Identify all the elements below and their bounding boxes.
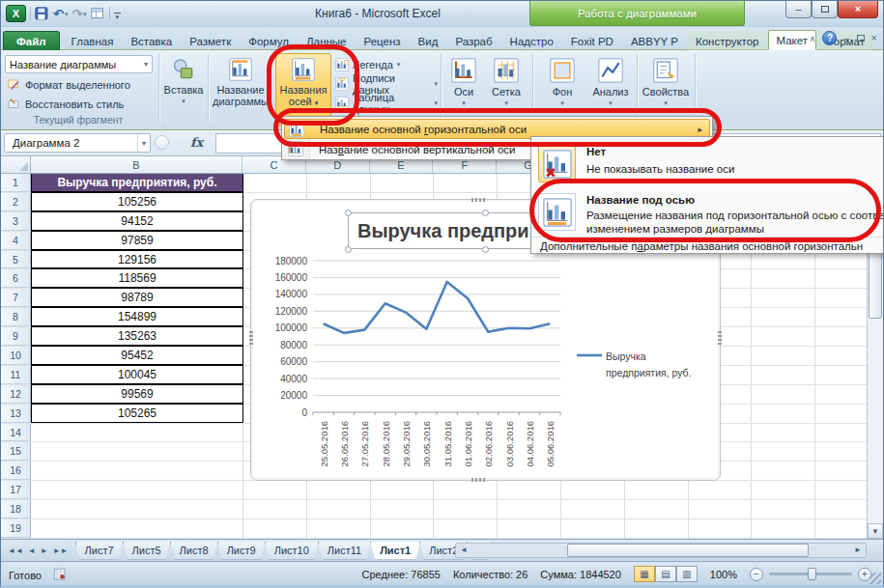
row-header-18[interactable]: 18 (1, 500, 31, 518)
workbook-restore-icon[interactable] (857, 35, 865, 42)
next-sheet-icon[interactable]: ► (41, 546, 48, 555)
selection-handle[interactable] (482, 246, 489, 253)
tab-Вид[interactable]: Вид (410, 31, 447, 50)
sheet-tab-Лист8[interactable]: Лист8 (170, 542, 218, 560)
chart-element-combobox[interactable]: Название диаграммы ▾ (5, 55, 153, 73)
cell-B11[interactable]: 100045 (31, 365, 243, 384)
row-header-19[interactable]: 19 (1, 519, 31, 538)
workbook-minimize-icon[interactable]: – (843, 33, 849, 43)
customize-qat-button[interactable]: ▾ (114, 10, 121, 18)
cell-B9[interactable]: 135263 (31, 326, 243, 346)
insert-function-button[interactable]: fx (190, 135, 203, 150)
row-header-10[interactable]: 10 (1, 347, 31, 365)
minimize-ribbon-icon[interactable]: ∧ (810, 34, 816, 43)
submenu-item-title-below-axis[interactable]: Название под осью Размещение названия по… (531, 188, 884, 237)
page-layout-view-button[interactable]: ▤ (655, 566, 676, 582)
reset-style-button[interactable]: Восстановить стиль (5, 95, 127, 113)
zoom-level[interactable]: 100% (710, 569, 737, 580)
sheet-tab-Лист9[interactable]: Лист9 (217, 542, 266, 560)
row-header-2[interactable]: 2 (1, 193, 31, 211)
cell-B2[interactable]: 105256 (31, 192, 243, 211)
zoom-out-button[interactable]: − (750, 568, 763, 581)
undo-button[interactable]: ↶▾ (53, 8, 68, 20)
selection-handle[interactable] (345, 210, 352, 216)
cell-B5[interactable]: 129156 (31, 250, 243, 269)
tab-Надстро[interactable]: Надстро (501, 31, 562, 50)
macro-record-icon[interactable] (53, 568, 68, 582)
legend-button[interactable]: Легенда▾ (335, 55, 438, 74)
cell-B10[interactable]: 95452 (31, 346, 243, 365)
name-box[interactable]: Диаграмма 2 ▾ (4, 133, 151, 153)
row-header-4[interactable]: 4 (1, 232, 31, 250)
sheet-tab-Лист1[interactable]: Лист1 (370, 542, 420, 560)
sheet-tab-Лист10[interactable]: Лист10 (265, 542, 319, 560)
horizontal-scrollbar[interactable]: ◄ ► (455, 543, 867, 558)
tab-ABBYY P[interactable]: ABBYY P (622, 31, 687, 50)
insert-button[interactable]: Вставка ▾ (161, 53, 206, 126)
restore-button[interactable] (812, 1, 838, 18)
scroll-left-icon[interactable]: ◄ (460, 546, 468, 554)
tab-Разраб[interactable]: Разраб (446, 31, 500, 50)
cell-B3[interactable]: 94152 (31, 211, 243, 231)
selection-handle[interactable] (345, 246, 352, 253)
scroll-down-icon[interactable]: ▼ (868, 523, 883, 539)
horizontal-scroll-thumb[interactable] (567, 544, 809, 557)
row-header-15[interactable]: 15 (1, 442, 31, 461)
last-sheet-icon[interactable]: ►► (53, 546, 69, 555)
row-header-11[interactable]: 11 (1, 366, 31, 384)
cell-B7[interactable]: 98789 (31, 288, 243, 307)
redo-button[interactable]: ↷▾ (71, 8, 86, 20)
tab-Формул[interactable]: Формул (240, 31, 298, 50)
row-header-1[interactable]: 1 (1, 174, 31, 192)
save-icon[interactable] (35, 7, 49, 21)
tab-Конструктор[interactable]: Конструктор (687, 31, 768, 50)
row-header-5[interactable]: 5 (1, 251, 31, 269)
tab-Разметк[interactable]: Разметк (181, 31, 240, 50)
cell-B6[interactable]: 118569 (31, 268, 243, 288)
cancel-entry-button[interactable] (155, 135, 169, 150)
tab-Foxit PD[interactable]: Foxit PD (562, 31, 622, 50)
row-header-8[interactable]: 8 (1, 308, 31, 326)
selection-handle[interactable] (482, 210, 489, 216)
chevron-down-icon[interactable]: ▾ (137, 134, 150, 152)
cell-B1[interactable]: Выручка предприятия, руб. (31, 174, 243, 192)
data-table-button[interactable]: Таблица данных▾ (335, 94, 438, 113)
submenu-item-none[interactable]: Нет Не показывать название оси (531, 140, 884, 188)
prev-sheet-icon[interactable]: ◄ (28, 546, 36, 555)
cell-B4[interactable]: 97859 (31, 231, 243, 250)
resize-grip[interactable] (870, 573, 881, 584)
row-header-16[interactable]: 16 (1, 462, 31, 480)
close-button[interactable]: × (838, 1, 878, 18)
cell-B12[interactable]: 99569 (31, 384, 243, 404)
excel-logo-icon[interactable]: X (6, 5, 26, 22)
row-header-3[interactable]: 3 (1, 212, 31, 231)
tab-Реценз[interactable]: Реценз (356, 31, 410, 50)
help-icon[interactable]: ? (822, 31, 837, 45)
tab-Главная[interactable]: Главная (63, 31, 123, 50)
workbook-close-icon[interactable]: × (871, 33, 877, 43)
cell-B13[interactable]: 105265 (31, 404, 243, 423)
tab-Файл[interactable]: Файл (3, 31, 60, 50)
sheet-tab-Лист11[interactable]: Лист11 (318, 542, 371, 560)
row-header-14[interactable]: 14 (1, 424, 31, 442)
row-header-12[interactable]: 12 (1, 385, 31, 404)
sheet-tab-Лист5[interactable]: Лист5 (123, 542, 171, 560)
tab-Вставка[interactable]: Вставка (122, 31, 181, 50)
sheet-tab-Лист7[interactable]: Лист7 (75, 542, 124, 560)
select-all-corner[interactable] (1, 156, 31, 173)
format-selection-button[interactable]: Формат выделенного (5, 75, 133, 94)
scroll-right-icon[interactable]: ► (854, 546, 862, 554)
chart-title-button[interactable]: Названиедиаграммы (212, 53, 270, 126)
column-header-B[interactable]: B (31, 156, 242, 173)
page-break-view-button[interactable]: ▥ (676, 566, 698, 582)
cell-B8[interactable]: 154899 (31, 307, 243, 326)
minimize-button[interactable]: – (785, 1, 812, 18)
row-header-6[interactable]: 6 (1, 269, 31, 288)
normal-view-button[interactable]: ▦ (634, 566, 655, 582)
row-header-17[interactable]: 17 (1, 481, 31, 499)
submenu-item-more-options[interactable]: Дополнительные параметры названия основн… (531, 237, 884, 254)
row-header-9[interactable]: 9 (1, 327, 31, 346)
first-sheet-icon[interactable]: ◄◄ (8, 546, 23, 555)
table-view-icon[interactable] (91, 7, 105, 21)
row-header-7[interactable]: 7 (1, 289, 31, 307)
